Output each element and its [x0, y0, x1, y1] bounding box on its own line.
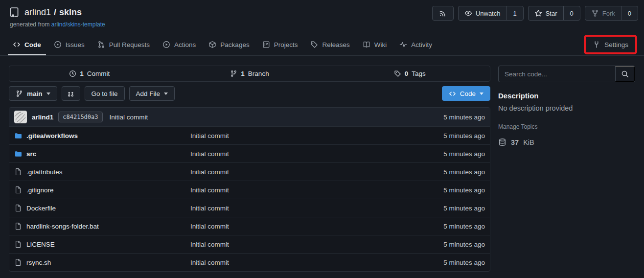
search-code-input[interactable] [499, 66, 615, 82]
table-row: .gitattributesInitial commit5 minutes ag… [9, 162, 490, 181]
file-name-text: rsync.sh [26, 259, 51, 266]
repo-name-link[interactable]: skins [59, 7, 82, 18]
tab-projects[interactable]: Projects [257, 36, 303, 55]
settings-highlight-annotation: Settings [584, 35, 637, 54]
commit-message-link[interactable]: Initial commit [110, 114, 148, 121]
table-row: rsync.shInitial commit5 minutes ago [9, 253, 490, 271]
main-area: 1 Commit 1 Branch 0 [0, 56, 644, 272]
commit-author-link[interactable]: arlind1 [32, 114, 53, 121]
file-commit-message-link[interactable]: Initial commit [190, 241, 402, 248]
star-icon [534, 9, 542, 17]
tab-activity[interactable]: Activity [394, 36, 437, 55]
rss-button[interactable] [432, 6, 454, 21]
commits-stat[interactable]: 1 Commit [9, 66, 169, 81]
table-row: .gitignoreInitial commit5 minutes ago [9, 181, 490, 199]
tab-packages[interactable]: Packages [204, 36, 254, 55]
unwatch-label: Unwatch [476, 10, 501, 17]
chevron-down-icon [480, 93, 483, 95]
tab-label: Pull Requests [109, 41, 150, 48]
file-commit-message-link[interactable]: Initial commit [190, 205, 402, 212]
manage-topics-link[interactable]: Manage Topics [498, 123, 538, 130]
file-icon [14, 222, 22, 230]
file-name-link[interactable]: .gitattributes [14, 168, 190, 176]
tab-label: Projects [274, 41, 298, 48]
file-commit-message-link[interactable]: Initial commit [190, 186, 402, 194]
file-commit-message-link[interactable]: Initial commit [190, 223, 402, 230]
fork-label: Fork [602, 10, 615, 17]
file-icon [14, 240, 22, 248]
commits-label: Commit [87, 70, 110, 77]
watchers-count[interactable]: 1 [506, 6, 523, 20]
go-to-file-label: Go to file [92, 90, 118, 97]
description-empty-text: No description provided [498, 104, 635, 112]
branches-stat[interactable]: 1 Branch [169, 66, 329, 81]
repo-size-row: 37 KiB [498, 138, 635, 146]
branch-selector[interactable]: main [9, 86, 57, 101]
add-file-button[interactable]: Add File [129, 86, 175, 101]
star-button[interactable]: Star [529, 6, 563, 20]
file-name-link[interactable]: rsync.sh [14, 258, 190, 266]
repo-content: 1 Commit 1 Branch 0 [9, 66, 490, 272]
file-commit-message-link[interactable]: Initial commit [190, 132, 402, 139]
file-commit-time: 5 minutes ago [402, 223, 485, 230]
file-name-link[interactable]: .gitignore [14, 186, 190, 194]
branches-label: Branch [248, 70, 269, 77]
compare-button[interactable] [62, 86, 80, 101]
tab-pull-requests[interactable]: Pull Requests [92, 36, 155, 55]
file-name-text: Dockerfile [26, 205, 56, 212]
file-name-link[interactable]: LICENSE [14, 240, 190, 248]
file-name-link[interactable]: src [14, 150, 190, 158]
file-name-text: .gitea/workflows [26, 132, 78, 139]
tabs-list: CodeIssuesPull RequestsActionsPackagesPr… [8, 36, 440, 55]
watch-button-group: Unwatch 1 [458, 6, 524, 21]
code-search-box [498, 66, 635, 82]
header-actions: Unwatch 1 Star 0 [432, 6, 638, 21]
tools-icon [593, 41, 600, 48]
star-button-group: Star 0 [528, 6, 580, 21]
file-name-link[interactable]: .gitea/workflows [14, 132, 190, 139]
tab-label: Code [24, 41, 41, 48]
code-icon [13, 41, 21, 48]
fork-icon [591, 9, 599, 17]
commits-count: 1 [80, 70, 84, 77]
file-commit-message-link[interactable]: Initial commit [190, 168, 402, 176]
tab-settings[interactable]: Settings [589, 37, 632, 52]
tab-actions[interactable]: Actions [158, 36, 201, 55]
tags-stat[interactable]: 0 Tags [330, 66, 490, 81]
tab-code[interactable]: Code [8, 36, 46, 55]
fork-button[interactable]: Fork [585, 6, 621, 20]
avatar[interactable] [14, 111, 27, 123]
repo-size-unit: KiB [523, 139, 534, 146]
folder-icon [14, 150, 22, 158]
unwatch-button[interactable]: Unwatch [459, 6, 506, 20]
table-row: hardlink-songs-folder.batInitial commit5… [9, 217, 490, 235]
tab-issues[interactable]: Issues [49, 36, 90, 55]
file-commit-time: 5 minutes ago [402, 150, 485, 158]
stars-count[interactable]: 0 [563, 6, 580, 20]
file-name-link[interactable]: Dockerfile [14, 204, 190, 212]
repo-tabs: CodeIssuesPull RequestsActionsPackagesPr… [0, 35, 644, 56]
tags-label: Tags [412, 70, 426, 77]
code-download-button[interactable]: Code [442, 86, 490, 101]
tab-wiki[interactable]: Wiki [358, 36, 392, 55]
eye-icon [464, 9, 472, 17]
file-name-link[interactable]: hardlink-songs-folder.bat [14, 222, 190, 230]
repo-owner-link[interactable]: arlind1 [24, 7, 51, 18]
table-row: .gitea/workflowsInitial commit5 minutes … [9, 126, 490, 144]
template-repo-link[interactable]: arlind/skins-template [51, 21, 105, 28]
forks-count[interactable]: 0 [621, 6, 638, 20]
code-button-label: Code [460, 90, 476, 97]
tab-releases[interactable]: Releases [305, 36, 354, 55]
search-submit-button[interactable] [615, 66, 635, 82]
file-commit-message-link[interactable]: Initial commit [190, 150, 402, 158]
book-icon [363, 41, 370, 48]
go-to-file-button[interactable]: Go to file [85, 86, 125, 101]
branches-count: 1 [241, 70, 245, 77]
commit-hash-link[interactable]: c84215d0a3 [58, 112, 102, 122]
pull-request-icon [97, 41, 105, 48]
file-name-text: LICENSE [26, 241, 55, 248]
file-commit-message-link[interactable]: Initial commit [190, 259, 402, 266]
tab-label: Wiki [374, 41, 387, 48]
file-icon [14, 204, 22, 212]
commit-time: 5 minutes ago [443, 114, 485, 121]
